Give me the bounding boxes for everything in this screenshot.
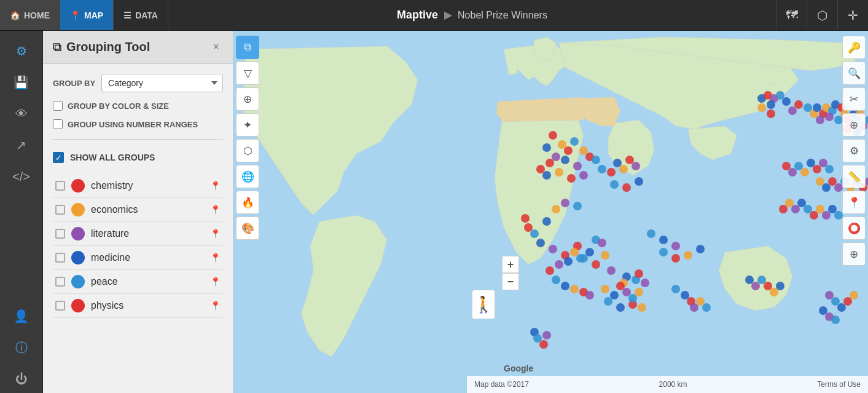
group-item[interactable]: peace 📍 <box>53 270 223 294</box>
palette-tool-button[interactable]: 🎨 <box>236 216 259 240</box>
zoom-in-button[interactable]: + <box>502 256 519 273</box>
sidebar-info[interactable]: ⓘ <box>7 333 36 362</box>
scissors-button[interactable]: ✂ <box>842 87 866 111</box>
key-button[interactable]: 🔑 <box>842 36 866 59</box>
map-marker[interactable] <box>671 285 680 293</box>
map-marker[interactable] <box>598 239 606 247</box>
group-checkbox[interactable] <box>55 301 65 311</box>
sidebar-user[interactable]: 👤 <box>7 302 36 330</box>
group-pin[interactable]: 📍 <box>210 277 221 287</box>
group-item[interactable]: literature 📍 <box>53 222 223 246</box>
grouping-tool-button[interactable]: ⧉ <box>236 36 259 59</box>
settings2-button[interactable]: ⚙ <box>842 139 866 162</box>
group-checkbox[interactable] <box>55 181 65 191</box>
map-marker[interactable] <box>561 282 569 290</box>
ruler-button[interactable]: 📏 <box>842 165 866 188</box>
map-marker[interactable] <box>638 303 646 312</box>
map-marker[interactable] <box>684 251 692 260</box>
map-marker[interactable] <box>641 279 649 287</box>
group-by-select[interactable]: Category <box>101 74 223 92</box>
layers-button[interactable]: ⬡ <box>807 0 837 30</box>
map-marker[interactable] <box>831 316 840 324</box>
map-marker[interactable] <box>776 282 784 290</box>
map-button[interactable]: 📍 MAP <box>60 0 114 30</box>
map-marker[interactable] <box>696 245 705 253</box>
map-marker[interactable] <box>816 116 824 124</box>
map-marker[interactable] <box>610 291 619 300</box>
map-marker[interactable] <box>601 285 609 293</box>
sidebar-save[interactable]: 💾 <box>7 68 36 97</box>
map-marker[interactable] <box>552 205 560 213</box>
map-marker[interactable] <box>647 229 655 238</box>
group-checkbox[interactable] <box>55 205 65 215</box>
map-marker[interactable] <box>610 180 619 189</box>
map-marker[interactable] <box>585 291 594 300</box>
map-marker[interactable] <box>767 109 775 118</box>
map-marker[interactable] <box>545 266 554 275</box>
map-marker[interactable] <box>573 202 582 210</box>
sidebar-grouping-tool[interactable]: ⚙ <box>7 37 36 65</box>
number-ranges-checkbox[interactable] <box>53 119 63 129</box>
street-view-button[interactable]: 🚶 <box>472 290 495 319</box>
map-marker[interactable] <box>616 303 625 312</box>
map-marker[interactable] <box>702 303 711 312</box>
map-marker[interactable] <box>555 168 563 177</box>
map-marker[interactable] <box>757 103 766 112</box>
map-marker[interactable] <box>561 199 569 207</box>
fire-tool-button[interactable]: 🔥 <box>236 191 259 214</box>
location-button[interactable]: 📍 <box>842 191 866 214</box>
group-item[interactable]: medicine 📍 <box>53 246 223 270</box>
data-button[interactable]: ☰ DATA <box>114 0 168 30</box>
group-item[interactable]: chemistry 📍 <box>53 174 223 198</box>
map-marker[interactable] <box>825 113 834 121</box>
map-marker[interactable] <box>555 260 563 269</box>
map-marker[interactable] <box>539 340 548 349</box>
map-marker[interactable] <box>782 97 791 106</box>
map-marker[interactable] <box>573 162 582 170</box>
group-item[interactable]: economics 📍 <box>53 198 223 222</box>
group-pin[interactable]: 📍 <box>210 181 221 191</box>
map-marker[interactable] <box>579 171 588 180</box>
map-marker[interactable] <box>622 183 631 192</box>
sidebar-code[interactable]: </> <box>7 162 36 191</box>
map-marker[interactable] <box>552 276 560 284</box>
map-marker[interactable] <box>659 236 668 244</box>
sidebar-share[interactable]: ↗ <box>7 131 36 159</box>
map-marker[interactable] <box>800 168 809 177</box>
sidebar-power[interactable]: ⏻ <box>7 365 36 393</box>
zoom-out-button[interactable]: − <box>502 273 519 290</box>
map-marker[interactable] <box>570 137 579 146</box>
map-marker[interactable] <box>825 165 834 173</box>
map-marker[interactable] <box>561 156 569 164</box>
map-marker[interactable] <box>542 171 551 180</box>
map-marker[interactable] <box>601 251 609 260</box>
tools-button[interactable]: ✛ <box>837 0 868 30</box>
map-marker[interactable] <box>671 242 680 250</box>
map-marker[interactable] <box>607 266 616 275</box>
panel-close-button[interactable]: × <box>209 39 223 55</box>
map-marker[interactable] <box>530 229 539 238</box>
map-marker[interactable] <box>592 156 600 164</box>
lasso-button[interactable]: ⭕ <box>842 216 866 240</box>
map-marker[interactable] <box>521 214 530 223</box>
map-marker[interactable] <box>619 165 628 173</box>
group-pin[interactable]: 📍 <box>210 253 221 263</box>
shape-tool-button[interactable]: ⬡ <box>236 139 259 162</box>
map-marker[interactable] <box>635 269 643 278</box>
home-button[interactable]: 🏠 HOME <box>0 0 60 30</box>
map-marker[interactable] <box>549 245 557 253</box>
zoom-window-button[interactable]: ⊕ <box>842 113 866 137</box>
group-pin[interactable]: 📍 <box>210 301 221 311</box>
map-marker[interactable] <box>542 331 551 339</box>
group-item[interactable]: physics 📍 <box>53 294 223 318</box>
map-marker[interactable] <box>536 239 545 247</box>
map-marker[interactable] <box>776 91 784 100</box>
map-marker[interactable] <box>564 146 573 155</box>
marker-tool-button[interactable]: ✦ <box>236 113 259 137</box>
map-marker[interactable] <box>635 288 643 296</box>
map-marker[interactable] <box>549 131 557 140</box>
group-pin[interactable]: 📍 <box>210 205 221 215</box>
color-size-checkbox[interactable] <box>53 101 63 111</box>
map-marker[interactable] <box>542 217 551 226</box>
map-marker[interactable] <box>598 165 606 173</box>
